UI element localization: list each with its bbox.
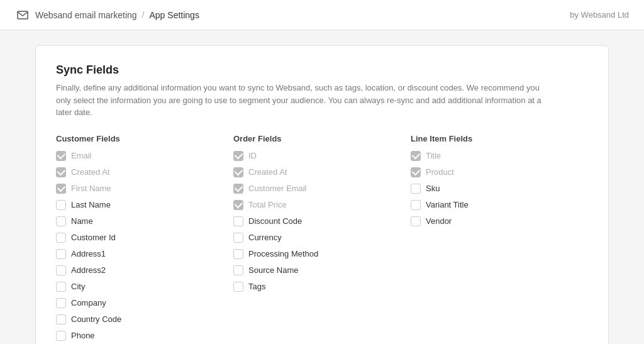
field-item[interactable]: Processing Method bbox=[233, 249, 401, 259]
field-item[interactable]: Name bbox=[56, 216, 223, 226]
field-item[interactable]: Country Code bbox=[56, 314, 223, 325]
field-column-0: Customer FieldsEmailCreated AtFirst Name… bbox=[56, 134, 233, 345]
sync-fields-card: Sync Fields Finally, define any addition… bbox=[35, 45, 609, 344]
field-item: Customer Email bbox=[233, 184, 401, 194]
field-label: Email bbox=[71, 151, 92, 160]
checkbox[interactable] bbox=[233, 233, 243, 243]
field-label: Discount Code bbox=[248, 216, 302, 226]
field-column-2: Line Item FieldsTitleProductSkuVariant T… bbox=[411, 134, 588, 345]
topbar-by: by Websand Ltd bbox=[570, 10, 629, 19]
field-item[interactable]: Tags bbox=[233, 282, 401, 292]
field-item: Created At bbox=[233, 167, 401, 177]
card-title: Sync Fields bbox=[56, 64, 588, 77]
field-item[interactable]: Vendor bbox=[411, 216, 578, 226]
field-label: Variant Title bbox=[426, 200, 469, 209]
field-label: Currency bbox=[248, 233, 282, 242]
field-label: Vendor bbox=[426, 216, 452, 226]
field-item[interactable]: Customer Id bbox=[56, 233, 223, 243]
field-label: Address2 bbox=[71, 265, 106, 275]
checkbox[interactable] bbox=[233, 216, 243, 226]
field-item: First Name bbox=[56, 184, 223, 194]
page-title: App Settings bbox=[150, 10, 199, 20]
column-header-0: Customer Fields bbox=[56, 134, 223, 143]
checkbox bbox=[233, 167, 243, 177]
field-column-1: Order FieldsIDCreated AtCustomer EmailTo… bbox=[233, 134, 411, 345]
checkbox[interactable] bbox=[411, 200, 421, 210]
field-label: Processing Method bbox=[248, 249, 318, 258]
topbar-left: Websand email marketing / App Settings bbox=[15, 8, 199, 23]
field-item[interactable]: Sku bbox=[411, 184, 578, 194]
field-item: Product bbox=[411, 167, 578, 177]
field-label: Created At bbox=[248, 167, 287, 177]
field-label: Country Code bbox=[71, 314, 121, 324]
field-label: Phone bbox=[71, 331, 95, 340]
field-item[interactable]: Company bbox=[56, 298, 223, 308]
field-label: Last Name bbox=[71, 200, 111, 209]
column-header-2: Line Item Fields bbox=[411, 134, 578, 143]
breadcrumb-separator: / bbox=[142, 10, 145, 20]
field-label: Customer Email bbox=[248, 184, 306, 193]
field-item[interactable]: Phone bbox=[56, 331, 223, 341]
checkbox bbox=[233, 184, 243, 194]
field-item: ID bbox=[233, 151, 401, 161]
field-item[interactable]: Address1 bbox=[56, 249, 223, 259]
checkbox[interactable] bbox=[56, 331, 66, 341]
checkbox[interactable] bbox=[56, 265, 66, 275]
field-label: City bbox=[71, 282, 85, 291]
field-item: Email bbox=[56, 151, 223, 161]
field-item[interactable]: Variant Title bbox=[411, 200, 578, 210]
field-item: Title bbox=[411, 151, 578, 161]
fields-grid: Customer FieldsEmailCreated AtFirst Name… bbox=[56, 134, 588, 345]
field-item[interactable]: Source Name bbox=[233, 265, 401, 275]
main-content: Sync Fields Finally, define any addition… bbox=[20, 30, 624, 344]
field-label: Tags bbox=[248, 282, 265, 291]
checkbox[interactable] bbox=[56, 298, 66, 308]
checkbox bbox=[233, 151, 243, 161]
field-item[interactable]: Address2 bbox=[56, 265, 223, 275]
field-label: Source Name bbox=[248, 265, 298, 275]
field-label: Company bbox=[71, 298, 106, 308]
field-label: Product bbox=[426, 167, 454, 177]
field-label: Created At bbox=[71, 167, 109, 177]
field-label: ID bbox=[248, 151, 257, 160]
checkbox[interactable] bbox=[56, 200, 66, 210]
field-item[interactable]: Last Name bbox=[56, 200, 223, 210]
checkbox[interactable] bbox=[56, 314, 66, 325]
checkbox[interactable] bbox=[233, 282, 243, 292]
field-item: Total Price bbox=[233, 200, 401, 210]
field-label: Name bbox=[71, 216, 93, 226]
checkbox[interactable] bbox=[56, 216, 66, 226]
checkbox[interactable] bbox=[411, 184, 421, 194]
checkbox bbox=[56, 184, 66, 194]
checkbox[interactable] bbox=[56, 249, 66, 259]
field-item[interactable]: Discount Code bbox=[233, 216, 401, 226]
checkbox bbox=[411, 151, 421, 161]
checkbox[interactable] bbox=[56, 282, 66, 292]
field-label: Title bbox=[426, 151, 441, 160]
checkbox bbox=[233, 200, 243, 210]
envelope-icon bbox=[15, 8, 30, 23]
checkbox bbox=[56, 151, 66, 161]
field-item: Created At bbox=[56, 167, 223, 177]
topbar: Websand email marketing / App Settings b… bbox=[0, 0, 644, 30]
field-label: First Name bbox=[71, 184, 111, 193]
field-label: Address1 bbox=[71, 249, 106, 258]
column-header-1: Order Fields bbox=[233, 134, 401, 143]
card-description: Finally, define any additional informati… bbox=[56, 82, 547, 119]
app-name: Websand email marketing bbox=[35, 10, 137, 20]
checkbox[interactable] bbox=[233, 265, 243, 275]
field-item[interactable]: City bbox=[56, 282, 223, 292]
checkbox bbox=[56, 167, 66, 177]
checkbox[interactable] bbox=[233, 249, 243, 259]
checkbox[interactable] bbox=[56, 233, 66, 243]
field-item[interactable]: Currency bbox=[233, 233, 401, 243]
field-label: Sku bbox=[426, 184, 440, 193]
checkbox bbox=[411, 167, 421, 177]
field-label: Customer Id bbox=[71, 233, 116, 242]
checkbox[interactable] bbox=[411, 216, 421, 226]
field-label: Total Price bbox=[248, 200, 287, 209]
